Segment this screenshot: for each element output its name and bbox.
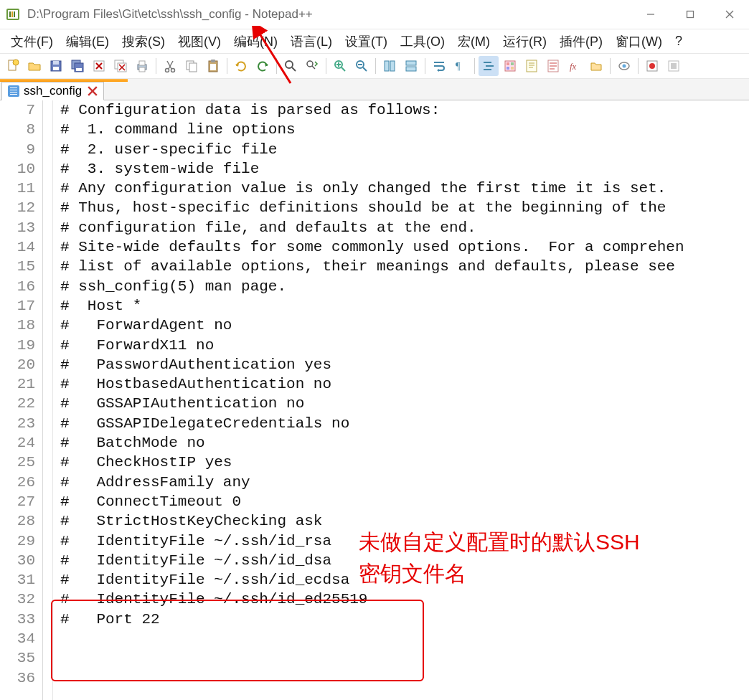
app-icon xyxy=(6,7,20,22)
code-line: # AddressFamily any xyxy=(60,473,749,492)
close-button[interactable] xyxy=(710,0,749,29)
zoom-in-icon[interactable] xyxy=(330,56,350,76)
code-line: # ForwardX11 no xyxy=(60,336,749,355)
svg-rect-49 xyxy=(406,61,416,65)
menu-search[interactable]: 搜索(S) xyxy=(116,30,171,53)
menu-settings[interactable]: 设置(T) xyxy=(339,30,394,53)
save-icon[interactable] xyxy=(46,56,66,76)
svg-rect-50 xyxy=(406,67,416,71)
redo-icon[interactable] xyxy=(253,56,273,76)
zoom-out-icon[interactable] xyxy=(352,56,372,76)
editor-area[interactable]: 7891011121314151617181920212223242526272… xyxy=(0,100,749,700)
doc-map-icon[interactable] xyxy=(522,56,542,76)
open-file-icon[interactable] xyxy=(24,56,44,76)
monitor-icon[interactable] xyxy=(614,56,634,76)
svg-rect-34 xyxy=(211,60,215,62)
menu-view[interactable]: 视图(V) xyxy=(171,30,227,53)
menu-help[interactable]: ? xyxy=(669,31,689,52)
svg-line-37 xyxy=(292,67,296,71)
menu-tools[interactable]: 工具(O) xyxy=(394,30,451,53)
svg-point-30 xyxy=(171,69,175,72)
menu-plugins[interactable]: 插件(P) xyxy=(553,30,609,53)
func-list-icon[interactable]: fx xyxy=(565,56,585,76)
svg-point-36 xyxy=(286,61,293,68)
svg-text:fx: fx xyxy=(570,61,577,72)
menu-window[interactable]: 窗口(W) xyxy=(609,30,669,53)
svg-rect-2 xyxy=(9,11,11,17)
line-number: 15 xyxy=(0,257,35,276)
svg-rect-13 xyxy=(53,61,59,65)
svg-rect-48 xyxy=(390,61,395,71)
code-line: # Thus, host-specific definitions should… xyxy=(60,198,749,217)
line-number: 26 xyxy=(0,473,35,492)
line-number: 18 xyxy=(0,316,35,335)
tab-ssh-config[interactable]: ssh_config xyxy=(1,82,104,100)
record-macro-icon[interactable] xyxy=(642,56,662,76)
code-area[interactable]: # Configuration data is parsed as follow… xyxy=(53,100,749,700)
line-number: 36 xyxy=(0,668,35,688)
line-number: 23 xyxy=(0,414,35,433)
line-number: 27 xyxy=(0,492,35,511)
toolbar: ¶ fx xyxy=(0,53,749,79)
close-all-icon[interactable] xyxy=(110,56,131,76)
menu-macro[interactable]: 宏(M) xyxy=(451,30,496,53)
find-icon[interactable] xyxy=(281,56,301,76)
indent-guide-icon[interactable] xyxy=(479,56,499,76)
svg-rect-32 xyxy=(189,63,197,72)
maximize-button[interactable] xyxy=(670,0,710,29)
sync-v-icon[interactable] xyxy=(380,56,400,76)
line-number: 28 xyxy=(0,511,35,531)
cut-icon[interactable] xyxy=(160,56,180,76)
svg-rect-76 xyxy=(671,63,677,69)
replace-icon[interactable] xyxy=(302,56,322,76)
svg-rect-26 xyxy=(139,67,145,72)
print-icon[interactable] xyxy=(132,56,152,76)
tab-close-icon[interactable] xyxy=(88,86,98,96)
code-line: # ConnectTimeout 0 xyxy=(60,492,749,511)
menu-encoding[interactable]: 编码(N) xyxy=(227,30,284,53)
line-number: 29 xyxy=(0,531,35,551)
code-line: # 1. command line options xyxy=(60,120,749,139)
line-number: 33 xyxy=(0,610,35,629)
undo-icon[interactable] xyxy=(231,56,251,76)
code-line: # list of available options, their meani… xyxy=(60,257,749,276)
svg-rect-6 xyxy=(687,11,693,18)
udl-icon[interactable] xyxy=(500,56,520,76)
svg-rect-4 xyxy=(14,11,15,17)
svg-point-38 xyxy=(307,61,313,67)
save-all-icon[interactable] xyxy=(67,56,88,76)
menu-run[interactable]: 运行(R) xyxy=(496,30,553,53)
line-number: 25 xyxy=(0,453,35,472)
menu-language[interactable]: 语言(L) xyxy=(284,30,339,53)
wordwrap-icon[interactable] xyxy=(429,56,449,76)
code-line: # ssh_config(5) man page. xyxy=(60,277,749,296)
line-number: 20 xyxy=(0,355,35,374)
svg-rect-58 xyxy=(507,62,509,65)
new-file-icon[interactable] xyxy=(3,56,23,76)
svg-rect-62 xyxy=(527,60,537,72)
copy-icon[interactable] xyxy=(182,56,202,76)
titlebar: D:\Program Files\Git\etc\ssh\ssh_config … xyxy=(0,0,749,29)
stop-macro-icon[interactable] xyxy=(664,56,684,76)
code-line: # BatchMode no xyxy=(60,433,749,453)
code-line: # Configuration data is parsed as follow… xyxy=(60,100,749,120)
line-number: 19 xyxy=(0,336,35,355)
line-number: 14 xyxy=(0,237,35,257)
svg-rect-47 xyxy=(385,61,389,71)
menu-file[interactable]: 文件(F) xyxy=(4,30,60,53)
menu-edit[interactable]: 编辑(E) xyxy=(60,30,116,53)
close-file-icon[interactable] xyxy=(89,56,109,76)
paste-icon[interactable] xyxy=(203,56,223,76)
show-all-chars-icon[interactable]: ¶ xyxy=(451,56,471,76)
folder-workspace-icon[interactable] xyxy=(586,56,606,76)
svg-line-46 xyxy=(363,67,367,71)
svg-point-72 xyxy=(623,65,626,68)
line-number: 34 xyxy=(0,629,35,648)
menubar: 文件(F) 编辑(E) 搜索(S) 视图(V) 编码(N) 语言(L) 设置(T… xyxy=(0,29,749,53)
doc-list-icon[interactable] xyxy=(543,56,563,76)
code-line: # configuration file, and defaults at th… xyxy=(60,218,749,237)
minimize-button[interactable] xyxy=(631,0,670,29)
svg-point-74 xyxy=(649,63,655,69)
sync-h-icon[interactable] xyxy=(401,56,421,76)
svg-rect-59 xyxy=(511,62,514,65)
